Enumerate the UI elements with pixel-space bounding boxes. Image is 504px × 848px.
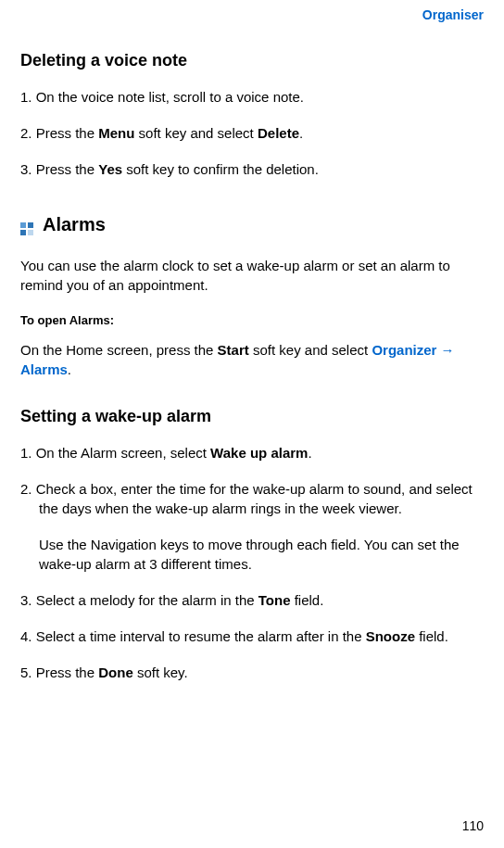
alarms-intro: You can use the alarm clock to set a wak… bbox=[20, 256, 485, 295]
sub-body-prefix: On the Home screen, press the Start soft… bbox=[20, 342, 372, 358]
wakeup-step-3: 3. Select a melody for the alarm in the … bbox=[20, 590, 485, 610]
sub-body-suffix: . bbox=[68, 361, 71, 377]
section-title-wakeup: Setting a wake-up alarm bbox=[20, 407, 485, 426]
step-1: 1. On the voice note list, scroll to a v… bbox=[20, 87, 485, 107]
wakeup-step-2-sub: Use the Navigation keys to move through … bbox=[20, 535, 485, 574]
page-content: Deleting a voice note 1. On the voice no… bbox=[0, 0, 504, 682]
page-number: 110 bbox=[462, 818, 484, 833]
wakeup-step-2: 2. Check a box, enter the time for the w… bbox=[20, 479, 485, 518]
wakeup-step-5: 5. Press the Done soft key. bbox=[20, 663, 485, 682]
section-name: Alarms bbox=[43, 214, 106, 235]
wakeup-step-1: 1. On the Alarm screen, select Wake up a… bbox=[20, 443, 485, 462]
header-label: Organiser bbox=[422, 7, 484, 22]
wakeup-step-4: 4. Select a time interval to resume the … bbox=[20, 627, 485, 646]
step-2: 2. Press the Menu soft key and select De… bbox=[20, 123, 485, 143]
to-open-alarms-body: On the Home screen, press the Start soft… bbox=[20, 340, 485, 379]
to-open-alarms-heading: To open Alarms: bbox=[20, 313, 485, 327]
section-header-alarms: Alarms bbox=[20, 214, 485, 235]
section-icon bbox=[20, 215, 33, 235]
step-3: 3. Press the Yes soft key to confirm the… bbox=[20, 159, 485, 179]
section-title-deleting: Deleting a voice note bbox=[20, 51, 485, 70]
